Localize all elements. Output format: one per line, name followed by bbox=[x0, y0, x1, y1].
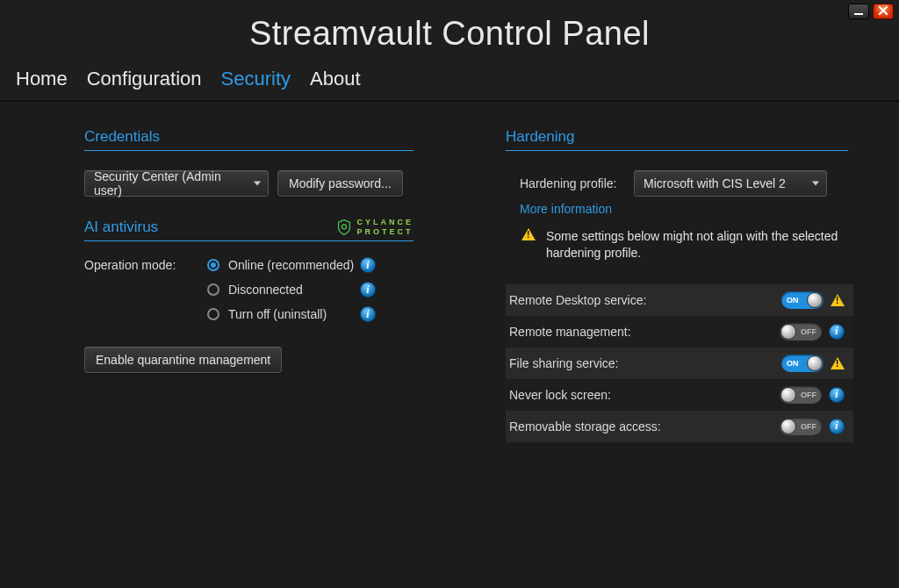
operation-mode-label: Operation mode: bbox=[84, 258, 207, 272]
shield-icon bbox=[337, 219, 351, 235]
toggle-knob bbox=[807, 355, 823, 371]
hardening-warning-text: Some settings below might not align with… bbox=[546, 228, 849, 262]
setting-label: Remote Desktop service: bbox=[509, 293, 774, 307]
setting-label: File sharing service: bbox=[509, 356, 774, 370]
antivirus-heading: AI antivirus bbox=[84, 219, 158, 236]
toggle-knob bbox=[807, 292, 823, 308]
warning-icon bbox=[831, 294, 845, 306]
toggle-knob bbox=[780, 419, 796, 434]
radio-disconnected-label[interactable]: Disconnected bbox=[228, 283, 360, 297]
nav-bar: Home Configuration Security About bbox=[0, 67, 899, 102]
cylance-line1: CYLANCE bbox=[356, 218, 414, 227]
toggle-remote-management[interactable]: OFF bbox=[780, 323, 822, 341]
setting-never-lock: Never lock screen: OFF i bbox=[506, 379, 853, 411]
radio-online-label[interactable]: Online (recommended) bbox=[228, 258, 360, 272]
toggle-never-lock[interactable]: OFF bbox=[780, 386, 822, 404]
chevron-down-icon bbox=[812, 182, 819, 186]
enable-quarantine-button[interactable]: Enable quarantine management bbox=[84, 347, 282, 373]
minimize-button[interactable] bbox=[848, 4, 869, 19]
toggle-knob bbox=[780, 387, 796, 403]
title-bar: Streamvault Control Panel bbox=[0, 0, 899, 67]
enable-quarantine-label: Enable quarantine management bbox=[96, 353, 270, 367]
setting-label: Removable storage access: bbox=[509, 419, 773, 434]
nav-home[interactable]: Home bbox=[16, 67, 68, 91]
close-button[interactable] bbox=[873, 4, 894, 19]
nav-security[interactable]: Security bbox=[221, 67, 291, 91]
info-icon[interactable]: i bbox=[829, 324, 845, 340]
hardening-profile-label: Hardening profile: bbox=[520, 176, 625, 190]
nav-configuration[interactable]: Configuration bbox=[87, 67, 202, 91]
more-information-link[interactable]: More information bbox=[520, 202, 853, 216]
toggle-removable-storage[interactable]: OFF bbox=[780, 418, 822, 435]
right-column: Hardening Hardening profile: Microsoft w… bbox=[506, 128, 853, 442]
antivirus-underline bbox=[84, 240, 414, 241]
toggle-text: OFF bbox=[801, 327, 816, 336]
toggle-text: ON bbox=[787, 359, 799, 368]
toggle-knob bbox=[780, 324, 796, 340]
window-controls bbox=[848, 4, 894, 19]
cylance-line2: PROTECT bbox=[356, 227, 414, 237]
warning-icon bbox=[521, 228, 536, 240]
toggle-remote-desktop[interactable]: ON bbox=[781, 291, 823, 309]
left-column: Credentials Security Center (Admin user)… bbox=[84, 128, 435, 442]
setting-remote-management: Remote management: OFF i bbox=[506, 316, 853, 348]
setting-label: Never lock screen: bbox=[509, 388, 773, 402]
chevron-down-icon bbox=[254, 182, 261, 186]
radio-turnoff-label[interactable]: Turn off (uninstall) bbox=[228, 307, 360, 321]
svg-point-2 bbox=[342, 225, 347, 229]
radio-disconnected[interactable] bbox=[207, 283, 219, 296]
credentials-row: Security Center (Admin user) Modify pass… bbox=[84, 170, 435, 197]
nav-about[interactable]: About bbox=[310, 67, 361, 91]
minimize-icon bbox=[854, 13, 863, 15]
toggle-text: OFF bbox=[801, 422, 816, 431]
modify-password-label: Modify password... bbox=[289, 176, 392, 190]
setting-label: Remote management: bbox=[509, 325, 773, 339]
info-icon[interactable]: i bbox=[360, 257, 376, 273]
toggle-file-sharing[interactable]: ON bbox=[781, 355, 823, 372]
info-icon[interactable]: i bbox=[360, 306, 376, 322]
credentials-heading: Credentials bbox=[84, 128, 414, 151]
account-dropdown-value: Security Center (Admin user) bbox=[94, 169, 245, 197]
radio-turnoff[interactable] bbox=[207, 308, 219, 320]
hardening-warning: Some settings below might not align with… bbox=[520, 228, 849, 262]
info-icon[interactable]: i bbox=[829, 419, 845, 434]
content: Credentials Security Center (Admin user)… bbox=[0, 102, 899, 442]
modify-password-button[interactable]: Modify password... bbox=[277, 170, 403, 197]
info-icon[interactable]: i bbox=[829, 387, 845, 403]
setting-remote-desktop: Remote Desktop service: ON bbox=[506, 284, 853, 316]
hardening-settings-list: Remote Desktop service: ON Remote manage… bbox=[506, 284, 853, 442]
setting-file-sharing: File sharing service: ON bbox=[506, 348, 853, 379]
cylance-logo: CYLANCE PROTECT bbox=[337, 218, 414, 237]
account-dropdown[interactable]: Security Center (Admin user) bbox=[84, 170, 269, 197]
info-icon[interactable]: i bbox=[360, 282, 376, 298]
hardening-profile-value: Microsoft with CIS Level 2 bbox=[644, 176, 786, 190]
toggle-text: ON bbox=[787, 296, 799, 305]
hardening-profile-row: Hardening profile: Microsoft with CIS Le… bbox=[520, 170, 853, 197]
warning-icon bbox=[831, 357, 845, 369]
setting-removable-storage: Removable storage access: OFF i bbox=[506, 411, 853, 442]
radio-online[interactable] bbox=[207, 259, 219, 271]
hardening-heading: Hardening bbox=[506, 128, 848, 151]
close-icon bbox=[878, 4, 888, 18]
app-title: Streamvault Control Panel bbox=[249, 15, 650, 53]
toggle-text: OFF bbox=[801, 391, 816, 399]
hardening-profile-dropdown[interactable]: Microsoft with CIS Level 2 bbox=[634, 170, 827, 197]
operation-mode-group: Operation mode: Online (recommended) i D… bbox=[84, 257, 435, 322]
